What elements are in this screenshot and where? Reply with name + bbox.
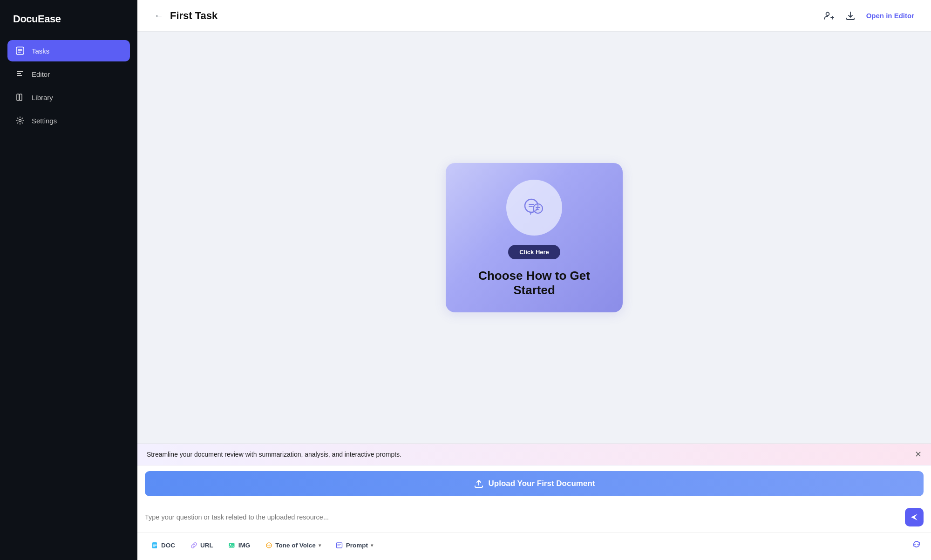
banner-text: Streamline your document review with sum… bbox=[147, 451, 401, 458]
chat-bubbles-icon bbox=[519, 193, 549, 223]
editor-icon bbox=[15, 69, 25, 79]
toolbar-row: DOC URL I bbox=[137, 532, 931, 560]
back-button[interactable]: ← bbox=[154, 10, 163, 21]
svg-point-8 bbox=[266, 543, 272, 548]
task-input[interactable] bbox=[145, 513, 899, 521]
url-button[interactable]: URL bbox=[184, 539, 219, 553]
refresh-icon bbox=[912, 540, 921, 548]
library-label: Library bbox=[32, 94, 53, 101]
input-row bbox=[137, 502, 931, 532]
tone-label: Tone of Voice bbox=[275, 542, 316, 549]
tone-icon bbox=[265, 542, 272, 549]
open-editor-button[interactable]: Open in Editor bbox=[866, 12, 914, 20]
click-here-button[interactable]: Click Here bbox=[508, 245, 560, 259]
prompt-icon bbox=[336, 542, 343, 549]
tasks-icon bbox=[15, 46, 25, 56]
sidebar-item-editor[interactable]: Editor bbox=[7, 63, 130, 85]
sidebar-nav: Tasks Editor Library bbox=[0, 40, 137, 131]
app-logo: DocuEase bbox=[0, 0, 137, 40]
upload-icon bbox=[474, 479, 484, 489]
svg-point-9 bbox=[268, 544, 268, 545]
settings-icon bbox=[15, 115, 25, 126]
img-label: IMG bbox=[238, 542, 251, 549]
refresh-button[interactable] bbox=[910, 537, 924, 553]
sidebar-item-tasks[interactable]: Tasks bbox=[7, 40, 130, 61]
doc-button[interactable]: DOC bbox=[145, 539, 181, 553]
download-button[interactable] bbox=[845, 10, 856, 21]
page-title: First Task bbox=[170, 10, 217, 22]
editor-label: Editor bbox=[32, 70, 50, 78]
send-button[interactable] bbox=[905, 508, 924, 526]
welcome-card: Click Here Choose How to Get Started bbox=[446, 163, 623, 312]
header: ← First Task Open in Editor bbox=[137, 0, 931, 32]
doc-label: DOC bbox=[161, 542, 175, 549]
sidebar-item-library[interactable]: Library bbox=[7, 87, 130, 108]
prompt-chevron-icon: ▾ bbox=[371, 543, 373, 548]
img-button[interactable]: IMG bbox=[222, 539, 257, 553]
send-icon bbox=[910, 513, 918, 521]
svg-rect-11 bbox=[337, 543, 342, 548]
img-icon bbox=[228, 542, 236, 549]
url-icon bbox=[190, 542, 197, 549]
add-user-button[interactable] bbox=[823, 10, 835, 21]
svg-point-10 bbox=[270, 544, 270, 545]
welcome-icon-circle bbox=[506, 180, 562, 236]
svg-point-1 bbox=[19, 120, 21, 122]
prompt-label: Prompt bbox=[346, 542, 368, 549]
bottom-panel: Streamline your document review with sum… bbox=[137, 443, 931, 560]
header-right: Open in Editor bbox=[823, 10, 914, 21]
content-area: Click Here Choose How to Get Started bbox=[137, 32, 931, 443]
svg-point-4 bbox=[533, 204, 543, 213]
banner-close-button[interactable]: ✕ bbox=[915, 450, 922, 459]
main-content: ← First Task Open in Editor bbox=[137, 0, 931, 560]
settings-label: Settings bbox=[32, 117, 57, 125]
svg-rect-6 bbox=[229, 543, 235, 548]
svg-point-2 bbox=[826, 12, 829, 15]
tasks-label: Tasks bbox=[32, 47, 49, 55]
svg-point-7 bbox=[230, 544, 231, 545]
doc-icon bbox=[151, 542, 158, 549]
welcome-title: Choose How to Get Started bbox=[461, 269, 608, 297]
tone-of-voice-button[interactable]: Tone of Voice ▾ bbox=[259, 539, 327, 553]
banner: Streamline your document review with sum… bbox=[137, 444, 931, 466]
upload-document-button[interactable]: Upload Your First Document bbox=[145, 471, 924, 496]
library-icon bbox=[15, 92, 25, 102]
upload-area: Upload Your First Document bbox=[137, 466, 931, 502]
tone-chevron-icon: ▾ bbox=[319, 543, 321, 548]
sidebar-item-settings[interactable]: Settings bbox=[7, 110, 130, 131]
url-label: URL bbox=[200, 542, 213, 549]
prompt-button[interactable]: Prompt ▾ bbox=[330, 539, 379, 553]
header-left: ← First Task bbox=[154, 10, 217, 22]
sidebar: DocuEase Tasks Editor bbox=[0, 0, 137, 560]
